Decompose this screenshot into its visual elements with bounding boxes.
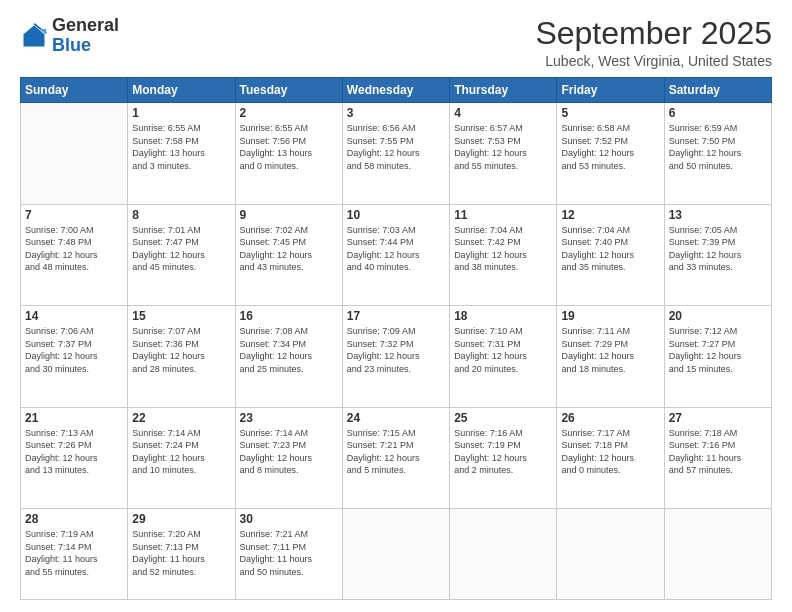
day-info: Sunrise: 7:17 AM Sunset: 7:18 PM Dayligh… [561, 427, 659, 477]
day-number: 13 [669, 208, 767, 222]
day-number: 29 [132, 512, 230, 526]
day-number: 19 [561, 309, 659, 323]
calendar-cell: 12Sunrise: 7:04 AM Sunset: 7:40 PM Dayli… [557, 204, 664, 305]
calendar-table: SundayMondayTuesdayWednesdayThursdayFrid… [20, 77, 772, 600]
calendar-cell: 17Sunrise: 7:09 AM Sunset: 7:32 PM Dayli… [342, 306, 449, 407]
calendar-cell: 29Sunrise: 7:20 AM Sunset: 7:13 PM Dayli… [128, 509, 235, 600]
day-number: 2 [240, 106, 338, 120]
subtitle: Lubeck, West Virginia, United States [535, 53, 772, 69]
calendar-cell: 28Sunrise: 7:19 AM Sunset: 7:14 PM Dayli… [21, 509, 128, 600]
day-info: Sunrise: 6:56 AM Sunset: 7:55 PM Dayligh… [347, 122, 445, 172]
title-block: September 2025 Lubeck, West Virginia, Un… [535, 16, 772, 69]
day-info: Sunrise: 7:19 AM Sunset: 7:14 PM Dayligh… [25, 528, 123, 578]
day-number: 15 [132, 309, 230, 323]
calendar-cell: 6Sunrise: 6:59 AM Sunset: 7:50 PM Daylig… [664, 103, 771, 204]
calendar-cell: 5Sunrise: 6:58 AM Sunset: 7:52 PM Daylig… [557, 103, 664, 204]
calendar-cell: 8Sunrise: 7:01 AM Sunset: 7:47 PM Daylig… [128, 204, 235, 305]
day-number: 4 [454, 106, 552, 120]
day-number: 7 [25, 208, 123, 222]
day-info: Sunrise: 7:13 AM Sunset: 7:26 PM Dayligh… [25, 427, 123, 477]
calendar-cell: 3Sunrise: 6:56 AM Sunset: 7:55 PM Daylig… [342, 103, 449, 204]
calendar-cell: 13Sunrise: 7:05 AM Sunset: 7:39 PM Dayli… [664, 204, 771, 305]
calendar-cell: 22Sunrise: 7:14 AM Sunset: 7:24 PM Dayli… [128, 407, 235, 508]
day-info: Sunrise: 7:04 AM Sunset: 7:42 PM Dayligh… [454, 224, 552, 274]
day-number: 11 [454, 208, 552, 222]
calendar-cell: 24Sunrise: 7:15 AM Sunset: 7:21 PM Dayli… [342, 407, 449, 508]
day-info: Sunrise: 6:55 AM Sunset: 7:56 PM Dayligh… [240, 122, 338, 172]
day-info: Sunrise: 7:07 AM Sunset: 7:36 PM Dayligh… [132, 325, 230, 375]
calendar-cell: 27Sunrise: 7:18 AM Sunset: 7:16 PM Dayli… [664, 407, 771, 508]
calendar-cell: 14Sunrise: 7:06 AM Sunset: 7:37 PM Dayli… [21, 306, 128, 407]
day-info: Sunrise: 6:55 AM Sunset: 7:58 PM Dayligh… [132, 122, 230, 172]
calendar-header-row: SundayMondayTuesdayWednesdayThursdayFrid… [21, 78, 772, 103]
day-info: Sunrise: 6:57 AM Sunset: 7:53 PM Dayligh… [454, 122, 552, 172]
calendar-cell: 11Sunrise: 7:04 AM Sunset: 7:42 PM Dayli… [450, 204, 557, 305]
calendar-cell: 25Sunrise: 7:16 AM Sunset: 7:19 PM Dayli… [450, 407, 557, 508]
calendar-cell [21, 103, 128, 204]
day-info: Sunrise: 7:02 AM Sunset: 7:45 PM Dayligh… [240, 224, 338, 274]
calendar-header-sunday: Sunday [21, 78, 128, 103]
day-info: Sunrise: 7:04 AM Sunset: 7:40 PM Dayligh… [561, 224, 659, 274]
calendar-cell [664, 509, 771, 600]
calendar-cell: 7Sunrise: 7:00 AM Sunset: 7:48 PM Daylig… [21, 204, 128, 305]
calendar-cell: 4Sunrise: 6:57 AM Sunset: 7:53 PM Daylig… [450, 103, 557, 204]
day-number: 14 [25, 309, 123, 323]
calendar-cell: 16Sunrise: 7:08 AM Sunset: 7:34 PM Dayli… [235, 306, 342, 407]
logo-text: General Blue [52, 16, 119, 56]
calendar-cell: 21Sunrise: 7:13 AM Sunset: 7:26 PM Dayli… [21, 407, 128, 508]
main-title: September 2025 [535, 16, 772, 51]
day-info: Sunrise: 7:16 AM Sunset: 7:19 PM Dayligh… [454, 427, 552, 477]
header: General Blue September 2025 Lubeck, West… [20, 16, 772, 69]
calendar-cell: 15Sunrise: 7:07 AM Sunset: 7:36 PM Dayli… [128, 306, 235, 407]
day-info: Sunrise: 7:21 AM Sunset: 7:11 PM Dayligh… [240, 528, 338, 578]
calendar-week-row: 14Sunrise: 7:06 AM Sunset: 7:37 PM Dayli… [21, 306, 772, 407]
day-number: 20 [669, 309, 767, 323]
calendar-cell: 20Sunrise: 7:12 AM Sunset: 7:27 PM Dayli… [664, 306, 771, 407]
day-info: Sunrise: 7:11 AM Sunset: 7:29 PM Dayligh… [561, 325, 659, 375]
day-info: Sunrise: 6:58 AM Sunset: 7:52 PM Dayligh… [561, 122, 659, 172]
calendar-header-tuesday: Tuesday [235, 78, 342, 103]
day-info: Sunrise: 7:10 AM Sunset: 7:31 PM Dayligh… [454, 325, 552, 375]
calendar-week-row: 1Sunrise: 6:55 AM Sunset: 7:58 PM Daylig… [21, 103, 772, 204]
calendar-cell: 10Sunrise: 7:03 AM Sunset: 7:44 PM Dayli… [342, 204, 449, 305]
day-number: 24 [347, 411, 445, 425]
day-number: 30 [240, 512, 338, 526]
calendar-cell: 2Sunrise: 6:55 AM Sunset: 7:56 PM Daylig… [235, 103, 342, 204]
calendar-cell: 9Sunrise: 7:02 AM Sunset: 7:45 PM Daylig… [235, 204, 342, 305]
calendar-header-saturday: Saturday [664, 78, 771, 103]
calendar-cell: 23Sunrise: 7:14 AM Sunset: 7:23 PM Dayli… [235, 407, 342, 508]
day-number: 5 [561, 106, 659, 120]
day-number: 18 [454, 309, 552, 323]
day-number: 21 [25, 411, 123, 425]
logo-icon [20, 22, 48, 50]
day-number: 27 [669, 411, 767, 425]
day-number: 23 [240, 411, 338, 425]
calendar-week-row: 7Sunrise: 7:00 AM Sunset: 7:48 PM Daylig… [21, 204, 772, 305]
calendar-cell: 1Sunrise: 6:55 AM Sunset: 7:58 PM Daylig… [128, 103, 235, 204]
day-number: 22 [132, 411, 230, 425]
calendar-cell: 19Sunrise: 7:11 AM Sunset: 7:29 PM Dayli… [557, 306, 664, 407]
day-info: Sunrise: 7:09 AM Sunset: 7:32 PM Dayligh… [347, 325, 445, 375]
day-info: Sunrise: 7:08 AM Sunset: 7:34 PM Dayligh… [240, 325, 338, 375]
day-number: 25 [454, 411, 552, 425]
day-info: Sunrise: 7:14 AM Sunset: 7:24 PM Dayligh… [132, 427, 230, 477]
day-number: 9 [240, 208, 338, 222]
day-number: 3 [347, 106, 445, 120]
calendar-cell [450, 509, 557, 600]
day-info: Sunrise: 7:05 AM Sunset: 7:39 PM Dayligh… [669, 224, 767, 274]
day-info: Sunrise: 7:01 AM Sunset: 7:47 PM Dayligh… [132, 224, 230, 274]
logo: General Blue [20, 16, 119, 56]
calendar-header-thursday: Thursday [450, 78, 557, 103]
calendar-cell: 26Sunrise: 7:17 AM Sunset: 7:18 PM Dayli… [557, 407, 664, 508]
day-info: Sunrise: 7:12 AM Sunset: 7:27 PM Dayligh… [669, 325, 767, 375]
day-number: 8 [132, 208, 230, 222]
day-info: Sunrise: 7:15 AM Sunset: 7:21 PM Dayligh… [347, 427, 445, 477]
calendar-cell: 18Sunrise: 7:10 AM Sunset: 7:31 PM Dayli… [450, 306, 557, 407]
day-number: 12 [561, 208, 659, 222]
calendar-cell: 30Sunrise: 7:21 AM Sunset: 7:11 PM Dayli… [235, 509, 342, 600]
calendar-week-row: 28Sunrise: 7:19 AM Sunset: 7:14 PM Dayli… [21, 509, 772, 600]
calendar-week-row: 21Sunrise: 7:13 AM Sunset: 7:26 PM Dayli… [21, 407, 772, 508]
day-number: 6 [669, 106, 767, 120]
day-info: Sunrise: 7:18 AM Sunset: 7:16 PM Dayligh… [669, 427, 767, 477]
calendar-header-wednesday: Wednesday [342, 78, 449, 103]
